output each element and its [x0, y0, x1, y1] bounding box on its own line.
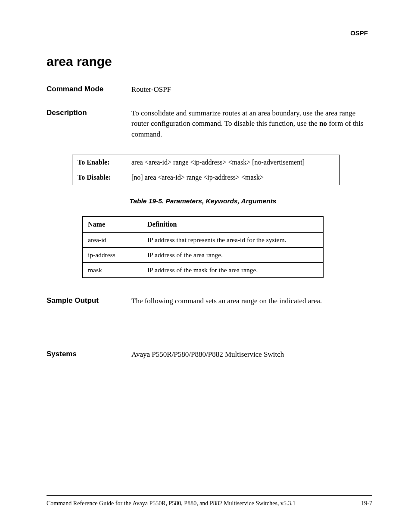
description-bold: no: [319, 119, 327, 128]
params-cell-definition: IP address of the area range.: [142, 247, 324, 262]
table-row: ip-address IP address of the area range.: [83, 247, 324, 262]
params-cell-name: area-id: [83, 232, 142, 247]
footer-rule: [47, 495, 372, 496]
page-title: area range: [47, 54, 368, 69]
sample-output-value: The following command sets an area range…: [131, 296, 368, 307]
footer-right: 19-7: [361, 500, 372, 507]
header-section: OSPF: [47, 29, 368, 37]
description-label: Description: [47, 108, 131, 140]
disable-value-cell: [no] area <area-id> range <ip-address> <…: [126, 170, 340, 185]
command-mode-row: Command Mode Router-OSPF: [47, 84, 368, 95]
table-row: To Enable: area <area-id> range <ip-addr…: [72, 155, 340, 170]
enable-label-cell: To Enable:: [72, 155, 126, 170]
enable-value-cell: area <area-id> range <ip-address> <mask>…: [126, 155, 340, 170]
footer: Command Reference Guide for the Avaya P5…: [47, 495, 372, 507]
systems-value: Avaya P550R/P580/P880/P882 Multiservice …: [131, 349, 368, 360]
params-cell-definition: IP address of the mask for the area rang…: [142, 262, 324, 277]
table-header-row: Name Definition: [83, 216, 324, 232]
params-cell-name: mask: [83, 262, 142, 277]
footer-text: Command Reference Guide for the Avaya P5…: [47, 500, 372, 507]
header-rule: [47, 42, 368, 42]
table-caption: Table 19-5. Parameters, Keywords, Argume…: [82, 197, 324, 205]
table-row: mask IP address of the mask for the area…: [83, 262, 324, 277]
description-row: Description To consolidate and summarize…: [47, 108, 368, 140]
table-row: To Disable: [no] area <area-id> range <i…: [72, 170, 340, 185]
params-cell-name: ip-address: [83, 247, 142, 262]
params-cell-definition: IP address that represents the area-id f…: [142, 232, 324, 247]
systems-label: Systems: [47, 349, 131, 360]
footer-left: Command Reference Guide for the Avaya P5…: [47, 500, 296, 507]
systems-row: Systems Avaya P550R/P580/P880/P882 Multi…: [47, 349, 368, 360]
description-value: To consolidate and summarize routes at a…: [131, 108, 368, 140]
command-mode-label: Command Mode: [47, 84, 131, 95]
params-table: Name Definition area-id IP address that …: [82, 216, 324, 278]
params-header-name: Name: [83, 216, 142, 232]
sample-output-row: Sample Output The following command sets…: [47, 296, 368, 307]
command-mode-value: Router-OSPF: [131, 84, 368, 95]
disable-label-cell: To Disable:: [72, 170, 126, 185]
sample-output-label: Sample Output: [47, 296, 131, 307]
syntax-table: To Enable: area <area-id> range <ip-addr…: [72, 155, 340, 185]
params-header-definition: Definition: [142, 216, 324, 232]
table-row: area-id IP address that represents the a…: [83, 232, 324, 247]
